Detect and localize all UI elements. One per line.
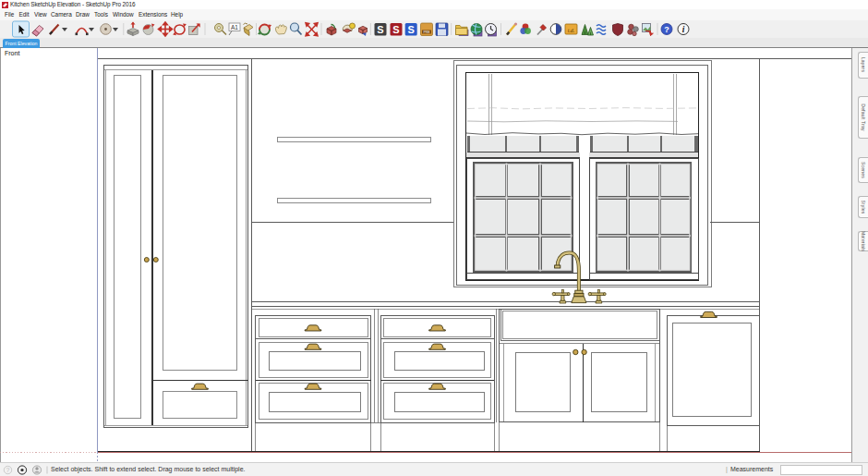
svg-text:S: S — [392, 24, 399, 35]
svg-text:S: S — [408, 24, 415, 35]
svg-text:?: ? — [6, 467, 10, 473]
svg-text:t.d.: t.d. — [568, 28, 575, 33]
svg-text:PRE: PRE — [423, 31, 430, 34]
svg-text:?: ? — [664, 25, 669, 34]
svg-text:i: i — [682, 25, 685, 34]
svg-text:A1: A1 — [231, 24, 238, 31]
svg-text:S: S — [377, 24, 383, 35]
